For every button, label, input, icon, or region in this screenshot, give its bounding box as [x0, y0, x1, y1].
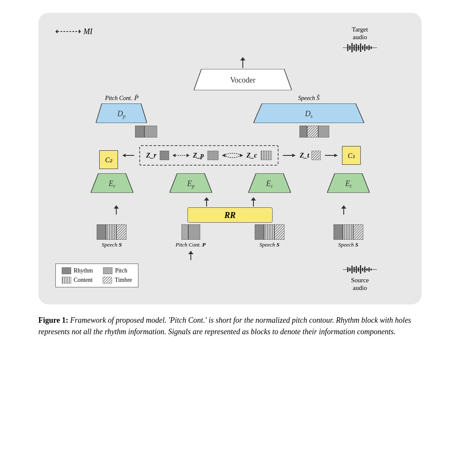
svg-rect-75 [274, 224, 285, 240]
mi-section: MI [55, 26, 92, 37]
svg-rect-74 [264, 224, 274, 240]
speech-hat-label: Speech Ŝ [298, 95, 319, 102]
svg-rect-33 [144, 126, 157, 138]
caption-figure-num: Figure 1: [38, 316, 68, 324]
target-audio-section: Targetaudio [341, 26, 379, 54]
pitch-cont-p-label: Pitch Cont. P [175, 241, 205, 248]
svg-marker-42 [187, 154, 190, 157]
legend-box: Rhythm Pitch Content Timbre [55, 264, 138, 287]
svg-rect-71 [181, 224, 188, 240]
source-audio-section: Sourceaudio [341, 264, 379, 292]
svg-marker-48 [292, 154, 296, 157]
svg-marker-38 [122, 154, 126, 157]
rhythm-legend: Rhythm [74, 267, 93, 274]
caption-text: Framework of proposed model. 'Pitch Cont… [38, 316, 411, 336]
svg-rect-96 [368, 267, 370, 272]
zt-label: Z_t [300, 152, 309, 159]
svg-rect-76 [334, 224, 343, 240]
speech-s-block-3 [334, 224, 363, 240]
encoder-row: Er Ep Ec Et [55, 173, 405, 193]
zt-arrow [283, 151, 296, 160]
c2-label: C₂ [105, 156, 112, 164]
svg-rect-20 [364, 44, 365, 51]
svg-text:Vocoder: Vocoder [230, 76, 256, 84]
vocoder-box: Vocoder [194, 69, 292, 90]
svg-marker-25 [240, 57, 245, 60]
et-encoder: Et [327, 173, 370, 193]
svg-rect-73 [255, 224, 264, 240]
svg-marker-63 [204, 197, 209, 201]
z-row: C₂ Z_r Z_p [55, 142, 405, 169]
svg-marker-44 [222, 154, 225, 157]
speech-s-3-label: Speech S [338, 241, 358, 248]
svg-rect-84 [103, 277, 112, 284]
svg-rect-90 [356, 266, 357, 273]
svg-rect-19 [362, 46, 363, 50]
svg-rect-70 [116, 224, 126, 240]
timbre-legend: Timbre [115, 277, 132, 284]
svg-marker-80 [188, 251, 193, 254]
svg-rect-81 [62, 267, 71, 274]
svg-marker-10 [79, 29, 81, 34]
ec-encoder: Ec [248, 173, 291, 193]
zc-label: Z_c [247, 152, 257, 159]
arrow-from-source [187, 250, 195, 260]
arrow-et [322, 204, 365, 215]
svg-rect-93 [362, 268, 363, 271]
svg-rect-86 [347, 267, 348, 272]
c2-arrow [122, 151, 135, 160]
svg-rect-32 [135, 126, 144, 138]
svg-rect-97 [371, 269, 372, 270]
svg-rect-83 [62, 277, 71, 284]
svg-rect-68 [97, 224, 106, 240]
svg-marker-67 [341, 205, 346, 209]
svg-marker-9 [55, 29, 58, 34]
svg-rect-43 [207, 151, 218, 160]
svg-rect-18 [360, 43, 361, 52]
c1-box: C₁ [342, 146, 361, 165]
mi-label: MI [83, 27, 92, 36]
pitch-cont-p-block [181, 224, 200, 240]
svg-rect-88 [351, 266, 353, 273]
svg-rect-34 [299, 126, 307, 138]
er-encoder: Er [91, 173, 133, 193]
svg-rect-72 [188, 224, 200, 240]
speech-s-block-1 [97, 224, 126, 240]
arrow-to-vocoder [239, 56, 247, 68]
svg-rect-92 [360, 265, 361, 274]
svg-rect-77 [343, 224, 353, 240]
content-legend: Content [74, 277, 92, 284]
svg-marker-65 [251, 197, 256, 201]
figure-caption: Figure 1: Framework of proposed model. '… [38, 315, 422, 338]
svg-rect-14 [351, 43, 353, 52]
rr-box: RR [187, 207, 273, 223]
c1-arrow [325, 151, 338, 160]
c2-box: C₂ [99, 150, 118, 169]
svg-rect-89 [354, 267, 355, 272]
svg-rect-23 [371, 46, 372, 49]
speech-s-1-label: Speech S [102, 241, 122, 248]
zr-label: Z_r [146, 152, 156, 159]
target-audio-label: Targetaudio [352, 26, 368, 41]
speech-s-2-label: Speech S [259, 241, 279, 248]
arrow-ec [241, 196, 266, 206]
svg-rect-35 [307, 126, 318, 138]
svg-rect-69 [106, 224, 116, 240]
pitch-cont-hat-label: Pitch Cont. P̂ [105, 95, 138, 102]
svg-rect-87 [349, 268, 351, 271]
c1-label: C₁ [348, 152, 355, 160]
svg-marker-41 [172, 154, 175, 157]
svg-rect-12 [347, 44, 348, 51]
svg-rect-49 [311, 151, 321, 160]
svg-rect-13 [349, 46, 351, 50]
svg-marker-61 [114, 205, 119, 209]
svg-rect-16 [356, 44, 357, 52]
arrow-er [95, 204, 138, 215]
svg-rect-78 [353, 224, 363, 240]
ds-section: Speech Ŝ Ds [253, 95, 364, 123]
svg-marker-45 [240, 154, 243, 157]
svg-rect-46 [261, 151, 272, 160]
z-dashed-box: Z_r Z_p Z_c [139, 145, 279, 166]
arrow-ep [194, 196, 219, 206]
svg-rect-17 [358, 45, 359, 50]
